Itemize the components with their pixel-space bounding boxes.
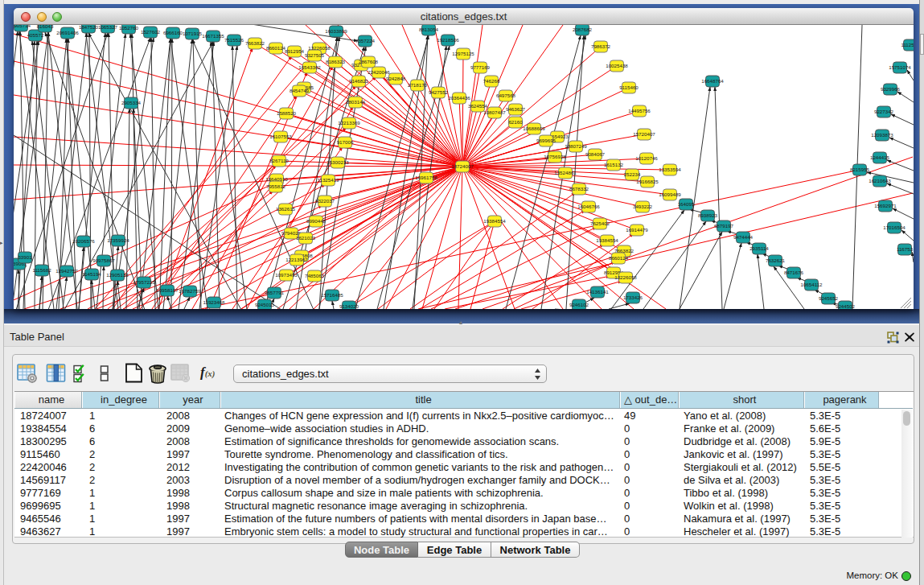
svg-text:10807487: 10807487 — [483, 109, 506, 115]
svg-text:9777169: 9777169 — [470, 64, 491, 70]
svg-text:8813054: 8813054 — [419, 27, 439, 32]
svg-text:9245652: 9245652 — [819, 295, 839, 301]
svg-text:8938923: 8938923 — [698, 212, 718, 218]
svg-text:7663822: 7663822 — [245, 40, 265, 46]
svg-text:9427552: 9427552 — [429, 89, 449, 95]
svg-text:7955812: 7955812 — [266, 183, 286, 189]
svg-text:1071915: 1071915 — [183, 31, 203, 36]
svg-text:11325419: 11325419 — [317, 177, 339, 183]
svg-text:12975125: 12975125 — [452, 51, 474, 56]
svg-text:1621023: 1621023 — [296, 235, 316, 241]
svg-text:17957225: 17957225 — [133, 279, 155, 285]
svg-text:7357224: 7357224 — [355, 38, 376, 43]
svg-text:9146821: 9146821 — [349, 78, 369, 84]
svg-text:1052760: 1052760 — [119, 25, 139, 31]
svg-text:20364436: 20364436 — [448, 95, 470, 101]
svg-text:10120746: 10120746 — [635, 155, 658, 161]
svg-text:13226058: 13226058 — [614, 274, 637, 280]
svg-text:90975867: 90975867 — [92, 257, 115, 263]
svg-text:10654112: 10654112 — [800, 282, 823, 287]
svg-text:3493222: 3493222 — [633, 204, 653, 209]
svg-text:33901: 33901 — [18, 254, 32, 260]
svg-text:16961758: 16961758 — [415, 175, 437, 180]
svg-text:10025438: 10025438 — [606, 63, 628, 68]
svg-text:8186323: 8186323 — [326, 59, 346, 64]
svg-text:1615132: 1615132 — [604, 162, 624, 167]
svg-text:16671355: 16671355 — [202, 33, 224, 39]
svg-text:2935114: 2935114 — [749, 245, 769, 251]
svg-text:18724007: 18724007 — [451, 163, 474, 169]
svg-text:2087682: 2087682 — [573, 27, 593, 32]
svg-text:14136141: 14136141 — [586, 289, 609, 295]
svg-text:9474444: 9474444 — [733, 234, 754, 240]
svg-text:9246102: 9246102 — [569, 302, 589, 307]
svg-text:8267110: 8267110 — [269, 158, 289, 163]
svg-text:9657791: 9657791 — [265, 290, 285, 295]
svg-text:9329966: 9329966 — [881, 86, 901, 92]
svg-text:2905714: 2905714 — [14, 25, 31, 28]
svg-text:1362615: 1362615 — [276, 206, 296, 212]
svg-text:9327505: 9327505 — [305, 52, 325, 58]
svg-text:16210643: 16210643 — [869, 178, 891, 183]
svg-text:16648764: 16648764 — [701, 78, 724, 84]
svg-text:62160: 62160 — [508, 119, 523, 125]
svg-text:164095: 164095 — [678, 201, 695, 207]
svg-text:2905334: 2905334 — [121, 100, 142, 105]
svg-text:16033809: 16033809 — [325, 28, 347, 34]
svg-text:8454749: 8454749 — [290, 88, 310, 93]
svg-text:16099489: 16099489 — [659, 192, 681, 197]
svg-text:816043: 816043 — [37, 25, 54, 29]
svg-text:1115682: 1115682 — [32, 267, 51, 273]
svg-text:6879197: 6879197 — [714, 223, 734, 229]
svg-text:8660124: 8660124 — [266, 45, 286, 51]
svg-text:1145194: 1145194 — [82, 271, 101, 277]
svg-text:2803144: 2803144 — [346, 99, 366, 105]
svg-text:8322037: 8322037 — [315, 198, 335, 204]
svg-text:8215955: 8215955 — [850, 167, 870, 172]
svg-text:12213967: 12213967 — [285, 257, 308, 262]
svg-text:9245013: 9245013 — [255, 302, 275, 307]
svg-text:10958107: 10958107 — [156, 287, 179, 293]
svg-text:20691406: 20691406 — [56, 30, 79, 35]
svg-text:15692971: 15692971 — [874, 203, 897, 208]
svg-text:12213369: 12213369 — [338, 120, 360, 126]
svg-text:17016504: 17016504 — [883, 225, 906, 230]
svg-text:10756928: 10756928 — [544, 154, 566, 159]
svg-text:7632621: 7632621 — [766, 257, 786, 263]
svg-text:6497568: 6497568 — [496, 93, 516, 98]
svg-text:2867608: 2867608 — [359, 59, 379, 64]
svg-text:16543362: 16543362 — [298, 64, 321, 70]
svg-text:7986372: 7986372 — [591, 43, 611, 49]
svg-text:10973493: 10973493 — [275, 272, 298, 278]
svg-text:1733426: 1733426 — [623, 295, 643, 300]
svg-text:12942757: 12942757 — [55, 268, 78, 274]
svg-text:9699695: 9699695 — [536, 138, 556, 143]
svg-text:15751074: 15751074 — [889, 64, 911, 70]
svg-text:16782759: 16782759 — [179, 288, 201, 294]
svg-text:10688609: 10688609 — [523, 126, 545, 131]
svg-text:9227342: 9227342 — [874, 109, 894, 114]
svg-text:3624554: 3624554 — [468, 103, 488, 109]
svg-text:8660124: 8660124 — [609, 255, 629, 261]
svg-text:2718170: 2718170 — [408, 82, 428, 88]
svg-text:8912954: 8912954 — [285, 48, 305, 54]
svg-text:9242848: 9242848 — [386, 76, 406, 81]
svg-text:917006: 917006 — [337, 139, 354, 145]
svg-text:8678332: 8678332 — [569, 186, 589, 192]
svg-text:7625402: 7625402 — [590, 220, 610, 226]
svg-text:9084067: 9084067 — [585, 151, 606, 157]
svg-text:116753: 116753 — [897, 246, 914, 252]
svg-text:9463627: 9463627 — [506, 106, 526, 112]
svg-text:405572: 405572 — [27, 32, 44, 38]
svg-text:9244502: 9244502 — [836, 303, 856, 309]
svg-text:1847520: 1847520 — [79, 25, 99, 30]
svg-text:19384554: 19384554 — [483, 218, 506, 224]
svg-text:746266: 746266 — [483, 78, 500, 84]
svg-text:15720407: 15720407 — [633, 131, 655, 137]
svg-text:11923468: 11923468 — [203, 299, 225, 305]
svg-text:1065327: 1065327 — [98, 25, 118, 30]
svg-text:8471676: 8471676 — [784, 270, 804, 275]
svg-text:16914479: 16914479 — [626, 227, 648, 233]
svg-text:9115460: 9115460 — [619, 84, 639, 90]
svg-text:9134020: 9134020 — [339, 303, 359, 309]
